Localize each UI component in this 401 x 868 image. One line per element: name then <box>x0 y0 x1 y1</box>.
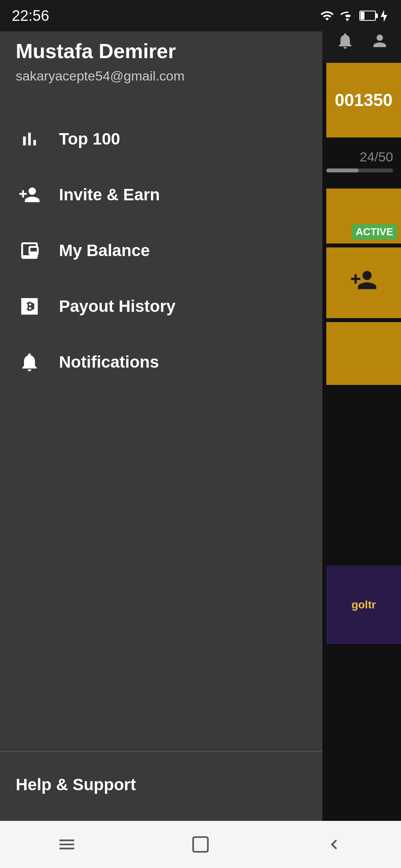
drawer-menu: Top 100 Invite & Earn My Balance <box>0 103 322 751</box>
menu-label-my-balance: My Balance <box>59 241 150 260</box>
chart-icon <box>16 125 43 153</box>
bg-app-logo: goltr <box>351 599 376 611</box>
square-icon <box>191 835 210 854</box>
back-icon <box>324 835 344 854</box>
bg-active-card: ACTIVE <box>326 189 401 244</box>
nav-bar <box>0 821 401 868</box>
hamburger-icon <box>57 835 77 854</box>
golden-card-text: 001350 <box>335 90 393 110</box>
menu-label-notifications: Notifications <box>59 353 159 372</box>
menu-item-notifications[interactable]: Notifications <box>0 334 322 390</box>
nav-back-button[interactable] <box>305 827 364 862</box>
bg-golden-card: 001350 <box>326 63 401 137</box>
bg-add-person-icon <box>350 266 377 299</box>
bg-person-icon <box>370 31 389 55</box>
menu-label-top100: Top 100 <box>59 130 120 148</box>
signal-icon <box>340 9 354 23</box>
bitcoin-icon <box>16 293 43 320</box>
drawer-username: Mustafa Demirer <box>16 39 307 63</box>
status-icons <box>320 9 389 23</box>
svg-rect-3 <box>193 837 208 852</box>
bg-invite-card <box>326 247 401 318</box>
svg-rect-2 <box>361 12 364 20</box>
bg-app-preview: goltr <box>326 566 401 644</box>
wifi-icon <box>320 9 334 23</box>
bg-progress-area: 24/50 <box>326 141 401 180</box>
bg-bell-icon <box>336 31 355 55</box>
bg-progress-fill <box>326 168 359 172</box>
charging-icon <box>379 9 389 23</box>
bg-progress-text: 24/50 <box>360 149 393 165</box>
add-person-icon <box>16 181 43 209</box>
menu-item-help-support[interactable]: Help & Support <box>0 760 322 810</box>
battery-shape <box>359 10 379 22</box>
menu-label-help-support: Help & Support <box>16 775 136 794</box>
nav-home-button[interactable] <box>171 827 230 862</box>
bg-empty-card <box>326 322 401 385</box>
navigation-drawer: Mustafa Demirer sakaryacepte54@gmail.com… <box>0 0 322 868</box>
drawer-email: sakaryacepte54@gmail.com <box>16 68 307 84</box>
svg-rect-1 <box>375 13 378 18</box>
status-time: 22:56 <box>12 7 49 24</box>
bg-progress-bar <box>326 168 393 172</box>
nav-menu-button[interactable] <box>37 827 96 862</box>
menu-item-my-balance[interactable]: My Balance <box>0 223 322 278</box>
wallet-icon <box>16 237 43 264</box>
menu-item-payout-history[interactable]: Payout History <box>0 278 322 334</box>
active-badge: ACTIVE <box>352 224 397 240</box>
menu-item-top100[interactable]: Top 100 <box>0 111 322 167</box>
menu-label-payout-history: Payout History <box>59 297 175 316</box>
status-bar: 22:56 <box>0 0 401 31</box>
battery-icon <box>359 9 389 23</box>
bell-icon <box>16 348 43 376</box>
menu-label-invite-earn: Invite & Earn <box>59 185 160 204</box>
menu-item-invite-earn[interactable]: Invite & Earn <box>0 167 322 223</box>
